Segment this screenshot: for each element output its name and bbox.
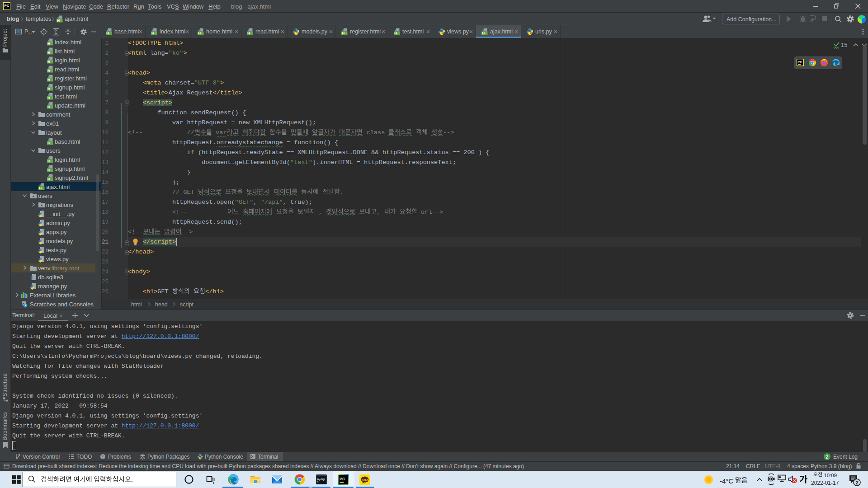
svg-text:2: 2: [856, 480, 859, 485]
svg-text:TALK: TALK: [362, 479, 368, 481]
svg-text:MySQL: MySQL: [317, 478, 326, 481]
svg-text:PC: PC: [340, 477, 345, 481]
svg-text:PC: PC: [798, 61, 802, 64]
